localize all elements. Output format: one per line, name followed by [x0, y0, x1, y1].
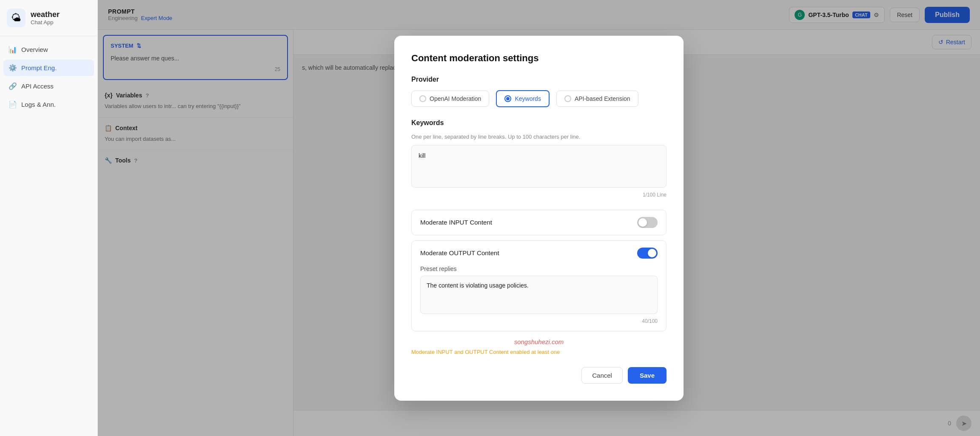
- keywords-textarea[interactable]: kill: [411, 145, 667, 188]
- logs-icon: 📄: [9, 100, 17, 108]
- main-area: PROMPT Engineering Expert Mode G GPT-3.5…: [98, 0, 980, 436]
- sidebar-item-logs[interactable]: 📄 Logs & Ann.: [3, 96, 94, 113]
- prompt-eng-icon: ⚙️: [9, 64, 17, 72]
- moderate-output-section: Moderate OUTPUT Content Preset replies T…: [411, 240, 667, 331]
- content-moderation-modal: Content moderation settings Provider Ope…: [394, 36, 684, 401]
- provider-label-api: API-based Extension: [575, 95, 630, 102]
- provider-section: Provider OpenAI Moderation Keywords: [411, 76, 667, 107]
- sidebar-item-api-access[interactable]: 🔗 API Access: [3, 78, 94, 94]
- modal-actions: Cancel Save: [411, 367, 667, 384]
- provider-label-openai: OpenAI Moderation: [430, 95, 481, 102]
- radio-openai: [419, 95, 426, 102]
- modal-overlay: Content moderation settings Provider Ope…: [98, 0, 980, 436]
- toggle-knob-input: [638, 218, 647, 227]
- moderate-input-row: Moderate INPUT Content: [411, 210, 667, 235]
- warning-text: Moderate INPUT and OUTPUT Content enable…: [411, 349, 667, 355]
- app-logo: 🌤 weather Chat App: [0, 0, 97, 36]
- keywords-desc: One per line, separated by line breaks. …: [411, 134, 667, 140]
- save-button[interactable]: Save: [628, 367, 667, 384]
- keywords-counter: 1/100 Line: [411, 192, 667, 198]
- provider-option-openai[interactable]: OpenAI Moderation: [411, 91, 489, 107]
- moderate-input-toggle[interactable]: [637, 217, 658, 228]
- radio-keywords: [504, 95, 511, 102]
- overview-icon: 📊: [9, 46, 17, 54]
- app-title: weather: [31, 10, 60, 19]
- radio-inner-keywords: [506, 97, 510, 100]
- logo-icon: 🌤: [7, 9, 26, 27]
- sidebar-label-overview: Overview: [21, 46, 48, 53]
- sidebar-label-logs: Logs & Ann.: [21, 101, 56, 108]
- moderate-input-label: Moderate INPUT Content: [420, 219, 492, 226]
- sidebar-nav: 📊 Overview ⚙️ Prompt Eng. 🔗 API Access 📄…: [0, 36, 97, 118]
- watermark: songshuhezi.com: [411, 338, 667, 345]
- sidebar-item-overview[interactable]: 📊 Overview: [3, 41, 94, 58]
- preset-counter: 40/100: [420, 318, 658, 324]
- cancel-button[interactable]: Cancel: [581, 367, 623, 384]
- sidebar-label-api: API Access: [21, 83, 54, 90]
- provider-label: Provider: [411, 76, 667, 83]
- modal-title: Content moderation settings: [411, 53, 667, 64]
- sidebar: 🌤 weather Chat App 📊 Overview ⚙️ Prompt …: [0, 0, 98, 436]
- provider-option-api[interactable]: API-based Extension: [556, 91, 638, 107]
- api-icon: 🔗: [9, 82, 17, 90]
- moderate-output-toggle[interactable]: [637, 248, 658, 259]
- preset-replies-label: Preset replies: [420, 265, 658, 272]
- sidebar-label-prompt-eng: Prompt Eng.: [21, 64, 57, 71]
- radio-api: [564, 95, 571, 102]
- toggle-knob-output: [648, 249, 656, 257]
- keywords-section: Keywords One per line, separated by line…: [411, 119, 667, 198]
- provider-option-keywords[interactable]: Keywords: [496, 90, 549, 107]
- preset-replies-textarea[interactable]: The content is violating usage policies.: [420, 276, 658, 314]
- moderate-output-label: Moderate OUTPUT Content: [420, 249, 499, 256]
- provider-options: OpenAI Moderation Keywords API-based Ext…: [411, 90, 667, 107]
- provider-label-keywords: Keywords: [515, 95, 541, 102]
- app-subtitle: Chat App: [31, 19, 60, 26]
- keywords-label: Keywords: [411, 119, 667, 127]
- sidebar-item-prompt-eng[interactable]: ⚙️ Prompt Eng.: [3, 60, 94, 76]
